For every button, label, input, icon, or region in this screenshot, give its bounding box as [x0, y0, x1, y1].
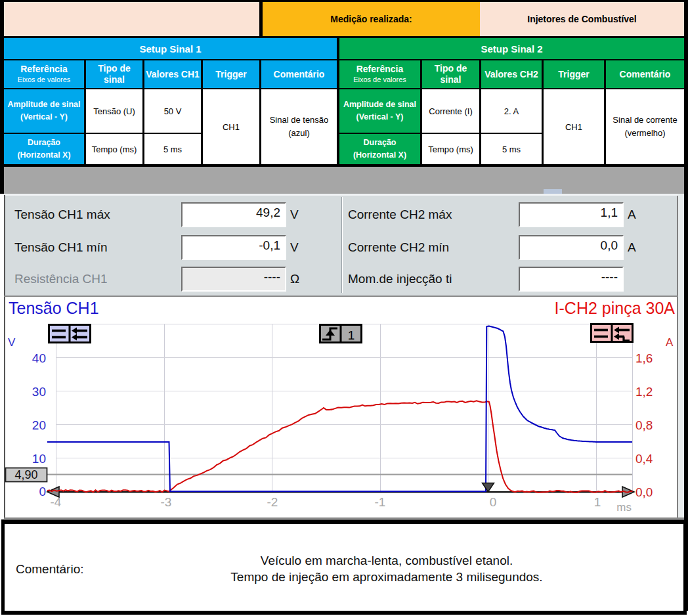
svg-text:-2: -2	[267, 495, 278, 509]
svg-text:10: 10	[32, 452, 46, 466]
svg-text:1: 1	[348, 328, 355, 342]
svg-text:0,4: 0,4	[635, 452, 653, 466]
svg-text:0: 0	[490, 495, 497, 509]
svg-text:-4: -4	[51, 495, 62, 509]
svg-text:0,0: 0,0	[635, 485, 653, 499]
svg-text:40: 40	[32, 351, 46, 365]
svg-text:0: 0	[39, 485, 46, 498]
svg-text:V: V	[8, 336, 16, 349]
svg-text:1,2: 1,2	[635, 385, 653, 399]
svg-text:-1: -1	[375, 495, 386, 509]
svg-text:20: 20	[32, 418, 46, 432]
svg-text:1,6: 1,6	[635, 351, 653, 365]
svg-text:30: 30	[32, 385, 46, 399]
svg-text:ms: ms	[616, 501, 632, 514]
svg-text:0,8: 0,8	[635, 418, 653, 432]
svg-text:1: 1	[594, 495, 601, 509]
svg-text:-3: -3	[161, 495, 172, 509]
svg-text:4,90: 4,90	[14, 468, 37, 481]
svg-text:A: A	[666, 336, 674, 349]
